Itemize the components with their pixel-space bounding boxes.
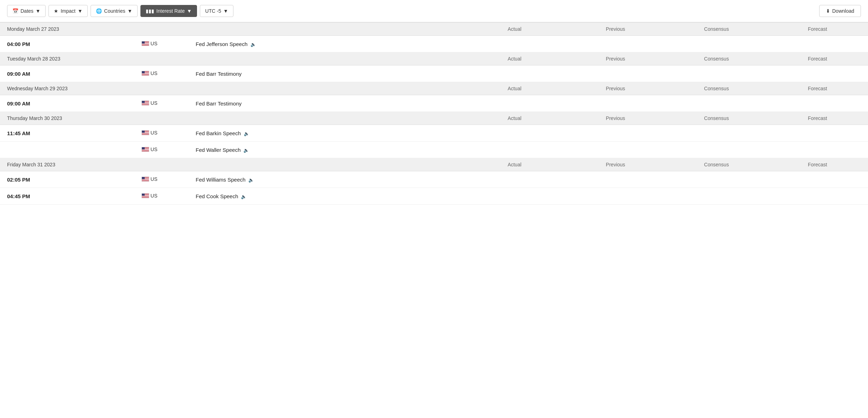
event-consensus	[666, 125, 767, 142]
star-icon: ★	[54, 8, 58, 14]
event-country: US	[110, 125, 189, 142]
country-code: US	[151, 147, 157, 152]
event-forecast	[767, 171, 868, 188]
sound-icon: 🔈	[250, 42, 256, 47]
sound-icon: 🔈	[243, 148, 249, 153]
country-code: US	[151, 130, 157, 136]
event-consensus	[666, 95, 767, 112]
interest-rate-button[interactable]: ▮▮▮ Interest Rate ▼	[140, 5, 197, 17]
col-header-consensus: Consensus	[666, 23, 767, 36]
day-date: Tuesday March 28 2023	[0, 52, 464, 65]
event-name: Fed Waller Speech🔈	[189, 142, 464, 158]
table-row[interactable]: 09:00 AM US Fed Barr Testimony	[0, 95, 868, 112]
table-row[interactable]: US Fed Waller Speech🔈	[0, 142, 868, 158]
event-name: Fed Cook Speech🔈	[189, 188, 464, 205]
flag-container: US	[141, 100, 157, 106]
col-header-consensus: Consensus	[666, 52, 767, 65]
calendar-table: Monday March 27 2023 Actual Previous Con…	[0, 22, 868, 205]
event-consensus	[666, 36, 767, 52]
sound-icon: 🔈	[244, 131, 249, 136]
dates-label: Dates	[21, 8, 34, 14]
event-actual	[464, 95, 565, 112]
event-time: 04:45 PM	[0, 188, 110, 205]
col-header-forecast: Forecast	[767, 158, 868, 171]
col-header-consensus: Consensus	[666, 112, 767, 125]
col-header-previous: Previous	[565, 112, 666, 125]
col-header-previous: Previous	[565, 82, 666, 95]
event-actual	[464, 65, 565, 82]
table-row[interactable]: 04:00 PM US Fed Jefferson Speech🔈	[0, 36, 868, 52]
event-time	[0, 142, 110, 158]
download-button[interactable]: ⬇ Download	[819, 5, 861, 17]
event-time: 09:00 AM	[0, 65, 110, 82]
event-forecast	[767, 142, 868, 158]
col-header-forecast: Forecast	[767, 112, 868, 125]
us-flag-icon	[141, 71, 149, 76]
interest-rate-label: Interest Rate	[156, 8, 185, 14]
flag-container: US	[141, 130, 157, 136]
table-row[interactable]: 04:45 PM US Fed Cook Speech🔈	[0, 188, 868, 205]
event-previous	[565, 188, 666, 205]
col-header-consensus: Consensus	[666, 82, 767, 95]
event-forecast	[767, 188, 868, 205]
col-header-forecast: Forecast	[767, 23, 868, 36]
timezone-label: UTC -5	[205, 8, 221, 14]
table-row[interactable]: 11:45 AM US Fed Barkin Speech🔈	[0, 125, 868, 142]
day-header-row: Thursday March 30 2023 Actual Previous C…	[0, 112, 868, 125]
col-header-actual: Actual	[464, 158, 565, 171]
col-header-consensus: Consensus	[666, 158, 767, 171]
col-header-actual: Actual	[464, 52, 565, 65]
toolbar: 📅 Dates ▼ ★ Impact ▼ 🌐 Countries ▼ ▮▮▮ I…	[0, 0, 868, 22]
event-country: US	[110, 36, 189, 52]
event-country: US	[110, 171, 189, 188]
us-flag-icon	[141, 147, 149, 152]
flag-container: US	[141, 193, 157, 199]
dates-button[interactable]: 📅 Dates ▼	[7, 5, 46, 17]
event-previous	[565, 171, 666, 188]
event-name: Fed Williams Speech🔈	[189, 171, 464, 188]
globe-icon: 🌐	[96, 8, 102, 14]
flag-container: US	[141, 70, 157, 76]
table-row[interactable]: 02:05 PM US Fed Williams Speech🔈	[0, 171, 868, 188]
us-flag-icon	[141, 193, 149, 198]
timezone-chevron: ▼	[223, 8, 228, 14]
table-row[interactable]: 09:00 AM US Fed Barr Testimony	[0, 65, 868, 82]
event-name: Fed Jefferson Speech🔈	[189, 36, 464, 52]
download-label: Download	[832, 8, 854, 14]
event-previous	[565, 36, 666, 52]
impact-chevron: ▼	[77, 8, 82, 14]
event-previous	[565, 65, 666, 82]
countries-button[interactable]: 🌐 Countries ▼	[91, 5, 138, 17]
day-date: Wednesday March 29 2023	[0, 82, 464, 95]
col-header-actual: Actual	[464, 82, 565, 95]
country-code: US	[151, 70, 157, 76]
col-header-previous: Previous	[565, 158, 666, 171]
event-consensus	[666, 188, 767, 205]
event-actual	[464, 188, 565, 205]
flag-container: US	[141, 176, 157, 182]
impact-label: Impact	[60, 8, 75, 14]
day-header-row: Tuesday March 28 2023 Actual Previous Co…	[0, 52, 868, 65]
day-header-row: Wednesday March 29 2023 Actual Previous …	[0, 82, 868, 95]
us-flag-icon	[141, 101, 149, 105]
event-previous	[565, 125, 666, 142]
event-actual	[464, 125, 565, 142]
col-header-previous: Previous	[565, 23, 666, 36]
sound-icon: 🔈	[241, 194, 247, 199]
event-actual	[464, 142, 565, 158]
event-time: 11:45 AM	[0, 125, 110, 142]
col-header-actual: Actual	[464, 112, 565, 125]
col-header-forecast: Forecast	[767, 82, 868, 95]
impact-button[interactable]: ★ Impact ▼	[48, 5, 88, 17]
event-forecast	[767, 125, 868, 142]
timezone-selector[interactable]: UTC -5 ▼	[200, 5, 233, 17]
dates-chevron: ▼	[36, 8, 41, 14]
event-consensus	[666, 171, 767, 188]
event-name: Fed Barr Testimony	[189, 95, 464, 112]
event-country: US	[110, 188, 189, 205]
event-name: Fed Barkin Speech🔈	[189, 125, 464, 142]
us-flag-icon	[141, 41, 149, 46]
calendar-icon: 📅	[12, 8, 18, 14]
country-code: US	[151, 41, 157, 46]
countries-chevron: ▼	[127, 8, 132, 14]
